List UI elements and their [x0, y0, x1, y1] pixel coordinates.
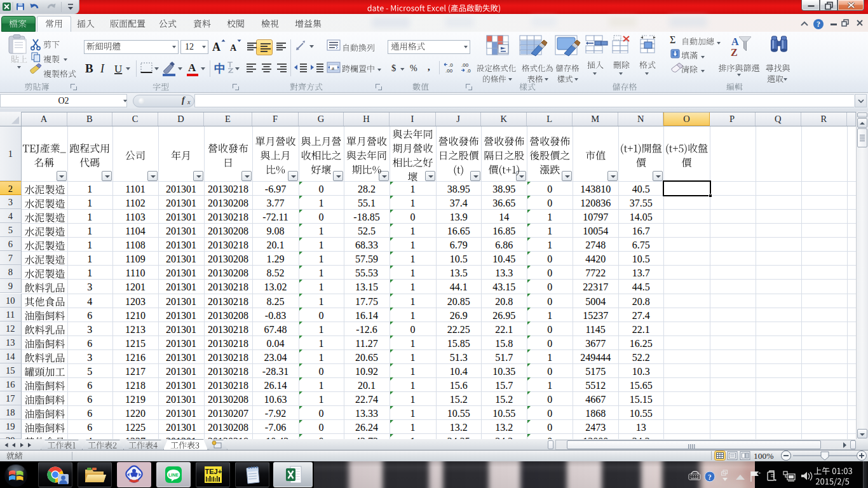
svg-text:LINE: LINE: [168, 473, 179, 477]
svg-text:,: ,: [428, 62, 430, 72]
svg-text:$: $: [391, 63, 396, 73]
svg-text:%: %: [410, 64, 417, 73]
svg-text:.0: .0: [449, 62, 453, 68]
svg-text:A: A: [212, 41, 220, 53]
svg-text:.0: .0: [466, 68, 471, 74]
svg-text:a: a: [332, 65, 334, 71]
svg-text:.00: .00: [445, 68, 453, 74]
svg-text:Σ: Σ: [670, 34, 675, 45]
svg-text:中: 中: [214, 62, 226, 75]
svg-text:?: ?: [708, 473, 712, 482]
svg-text:.00: .00: [461, 62, 469, 68]
svg-text:Z: Z: [731, 47, 738, 58]
svg-text:B: B: [85, 62, 93, 75]
svg-text:TEJ+: TEJ+: [205, 468, 222, 475]
svg-text:I: I: [100, 62, 105, 75]
svg-text:A: A: [230, 43, 237, 53]
svg-text:A: A: [188, 62, 196, 74]
svg-text:A: A: [731, 36, 739, 47]
svg-text:?: ?: [817, 20, 820, 29]
svg-text:U: U: [114, 63, 122, 75]
